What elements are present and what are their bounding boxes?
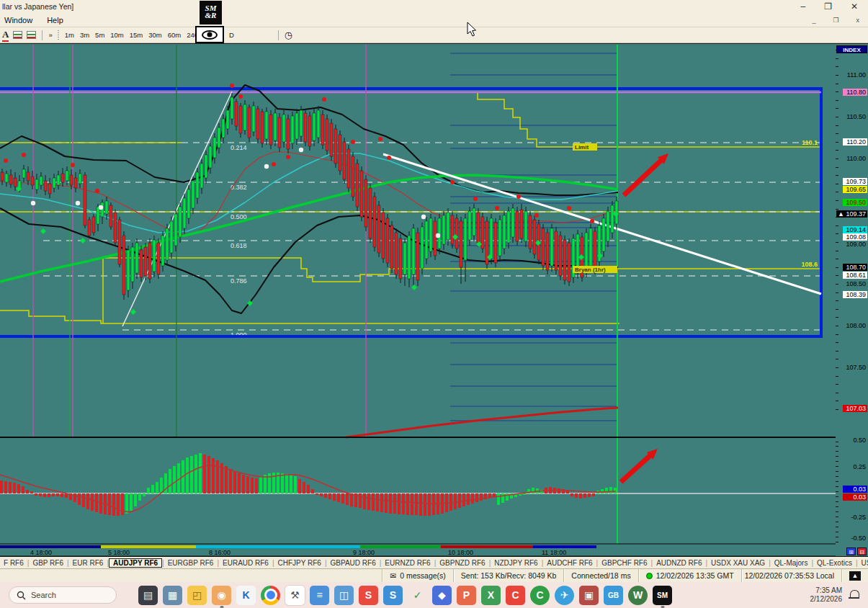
tab-eurgbp-rf6[interactable]: EURGBP RF6 bbox=[164, 559, 218, 567]
taskbar-icon-notes-blue[interactable]: ≡ bbox=[310, 586, 329, 605]
tab-nzdjpy-rf6[interactable]: NZDJPY RF6 bbox=[491, 559, 541, 567]
candle bbox=[339, 135, 341, 171]
tab-audchf-rf6[interactable]: AUDCHF RF6 bbox=[543, 559, 596, 567]
taskbar-icon-app-k[interactable]: K bbox=[236, 586, 256, 605]
axis-tick bbox=[836, 359, 838, 359]
candle bbox=[40, 176, 42, 185]
tab-gbpaud-rf6[interactable]: GBPAUD RF6 bbox=[327, 559, 380, 567]
taskbar-icon-powerpoint[interactable]: P bbox=[457, 586, 476, 605]
timeframe-daily[interactable]: D bbox=[229, 31, 234, 39]
timeframe-3m[interactable]: 3m bbox=[80, 31, 89, 39]
child-minimize-button[interactable]: _ bbox=[812, 17, 815, 24]
taskbar-icon-app-gb[interactable]: GB bbox=[604, 586, 623, 605]
tab-usdx-xau-xag[interactable]: USDX XAU XAG bbox=[707, 559, 769, 567]
axis-tick bbox=[836, 309, 838, 310]
title-bar: llar vs Japanese Yen] – ❐ ✕ bbox=[0, 0, 868, 13]
tab-ql-majors[interactable]: QL-Majors bbox=[771, 559, 812, 567]
tab-gbp-rf6[interactable]: GBP RF6 bbox=[29, 559, 67, 567]
axis-left-button[interactable]: ⊞ bbox=[846, 547, 856, 555]
candle bbox=[274, 113, 277, 140]
menu-window[interactable]: Window bbox=[4, 16, 32, 24]
axis-right-button[interactable]: ⊟ bbox=[857, 547, 867, 555]
macd-bar bbox=[389, 493, 392, 514]
chart-area[interactable]: 0.2140.3820.5000.6180.7861.000LimitBryan… bbox=[0, 43, 836, 556]
candle bbox=[352, 156, 354, 197]
tab-eur-rf6[interactable]: EUR RF6 bbox=[69, 559, 107, 567]
taskbar-icon-camtasia[interactable]: C bbox=[530, 586, 550, 605]
price-axis[interactable]: INDEX ⊞⊟ 111.00110.80110.50110.20110.001… bbox=[836, 43, 868, 556]
taskbar-clock[interactable]: 7:35 AM 2/12/2026 bbox=[810, 586, 849, 604]
axis-price-label: 108.00 bbox=[843, 322, 867, 329]
taskbar-icon-vault-red[interactable]: ▣ bbox=[579, 586, 599, 605]
tab-chfjpy-rf6[interactable]: CHFJPY RF6 bbox=[274, 559, 325, 567]
traffic-status: Sent: 153 Kb/Recv: 8049 Kb bbox=[453, 569, 564, 582]
macd-bar bbox=[56, 493, 59, 496]
menu-help[interactable]: Help bbox=[47, 16, 63, 24]
alert-status[interactable]: ▲ bbox=[841, 569, 868, 582]
macd-bar bbox=[39, 493, 42, 496]
tab-eurnzd-rf6[interactable]: EURNZD RF6 bbox=[381, 559, 434, 567]
taskbar-icon-app-s-red[interactable]: S bbox=[359, 586, 378, 605]
taskbar-icon-telegram[interactable]: ✈ bbox=[555, 586, 574, 605]
notification-bell-icon[interactable] bbox=[848, 589, 861, 602]
taskbar-icon-photos[interactable]: ◫ bbox=[334, 586, 354, 605]
clock-tool-icon[interactable]: ◷ bbox=[285, 30, 292, 40]
candle bbox=[490, 218, 493, 259]
candle bbox=[261, 112, 264, 143]
tab-audnzd-rf6[interactable]: AUDNZD RF6 bbox=[653, 559, 705, 567]
taskbar-icon-mail-orange[interactable]: ◉ bbox=[212, 586, 231, 605]
tab-usdx-rf[interactable]: USDX RF bbox=[858, 559, 868, 567]
candle bbox=[313, 113, 316, 140]
quote-board-icon[interactable] bbox=[13, 31, 22, 39]
taskbar-search[interactable]: Search bbox=[9, 586, 117, 604]
candle bbox=[27, 172, 30, 181]
child-restore-button[interactable]: ❐ bbox=[833, 17, 838, 24]
tab-euraud-rf6[interactable]: EURAUD RF6 bbox=[219, 559, 272, 567]
timeframe-10m[interactable]: 10m bbox=[110, 31, 123, 39]
taskbar-icon-skype[interactable]: S bbox=[383, 586, 403, 605]
taskbar-icon-app-c-red[interactable]: C bbox=[506, 586, 525, 605]
timeframe-30m[interactable]: 30m bbox=[148, 31, 161, 39]
taskbar-icon-trading-app[interactable]: ⚒ bbox=[285, 586, 305, 605]
timeframe-60m[interactable]: 60m bbox=[168, 31, 181, 39]
taskbar-icon-smr[interactable]: SM bbox=[653, 586, 672, 605]
taskbar-icon-check-green[interactable]: ✓ bbox=[408, 586, 427, 605]
taskbar-icon-calculator[interactable]: ▦ bbox=[163, 586, 182, 605]
gmt-time: 12/02/2026 13:35 GMT bbox=[638, 569, 741, 582]
price-chart[interactable]: 0.2140.3820.5000.6180.7861.000LimitBryan… bbox=[0, 44, 836, 557]
quote-board-icon-2[interactable] bbox=[27, 31, 36, 39]
taskbar-icon-app-dark[interactable]: ▤ bbox=[138, 586, 158, 605]
candle bbox=[213, 138, 216, 158]
child-close-button[interactable]: x bbox=[856, 17, 860, 24]
sell-signal-dot bbox=[534, 213, 539, 218]
macd-bar bbox=[385, 493, 388, 513]
timeframe-15m[interactable]: 15m bbox=[130, 31, 143, 39]
taskbar-icon-excel[interactable]: X bbox=[481, 586, 501, 605]
minimize-button[interactable]: – bbox=[800, 1, 805, 12]
restore-button[interactable]: ❐ bbox=[824, 1, 832, 12]
taskbar-icon-file-explorer[interactable]: ◰ bbox=[187, 586, 207, 605]
toolbar-overflow-chevron[interactable]: » bbox=[48, 31, 52, 39]
tab-audjpy-rf6[interactable]: AUDJPY RF6 bbox=[109, 558, 162, 568]
timeframe-1m[interactable]: 1m bbox=[65, 31, 74, 39]
candle bbox=[114, 213, 117, 243]
taskbar-icon-wordpress[interactable]: W bbox=[628, 586, 648, 605]
taskbar-icon-chrome[interactable] bbox=[261, 586, 280, 605]
font-tool-icon[interactable]: A bbox=[2, 29, 9, 42]
messages-status[interactable]: ✉ 0 message(s) bbox=[382, 569, 452, 582]
tab-gbpnzd-rf6[interactable]: GBPNZD RF6 bbox=[436, 559, 488, 567]
tab-ql-exotics[interactable]: QL-Exotics bbox=[813, 559, 856, 567]
candle bbox=[416, 233, 419, 280]
candle bbox=[377, 205, 380, 253]
candle bbox=[1, 172, 4, 181]
connection-ok-icon bbox=[646, 573, 653, 579]
eye-button[interactable] bbox=[195, 26, 224, 43]
macd-bar bbox=[380, 493, 383, 512]
close-button[interactable]: ✕ bbox=[851, 1, 858, 12]
sell-signal-dot bbox=[516, 195, 521, 199]
macd-bar bbox=[242, 475, 245, 493]
taskbar-icon-app-blue[interactable]: ◆ bbox=[432, 586, 452, 605]
timeframe-5m[interactable]: 5m bbox=[95, 31, 104, 39]
tab-f-rf6[interactable]: F RF6 bbox=[0, 559, 27, 567]
tab-gbpchf-rf6[interactable]: GBPCHF RF6 bbox=[598, 559, 650, 567]
